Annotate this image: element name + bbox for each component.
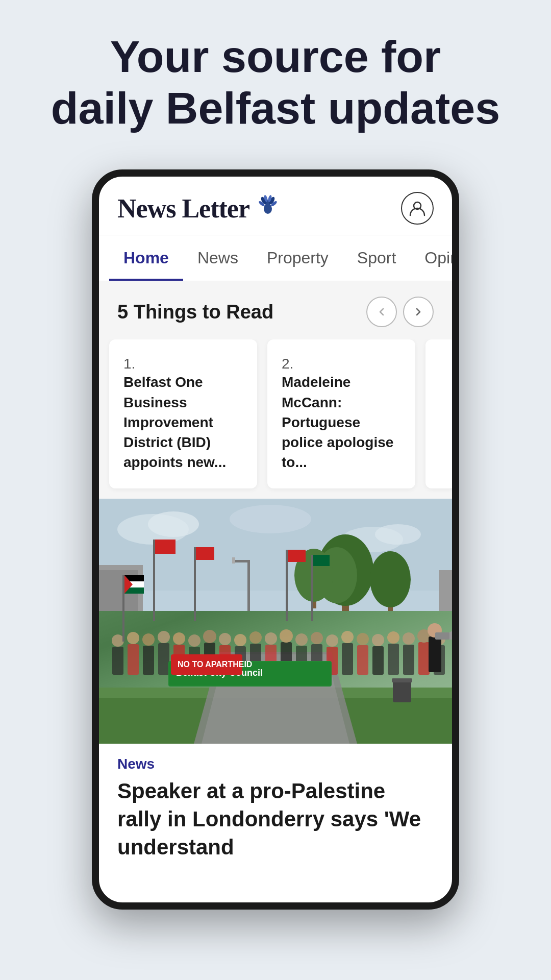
five-things-header: 5 Things to Read xyxy=(99,281,452,339)
peacock-icon xyxy=(257,194,279,223)
card-2-text: Madeleine McCann: Portuguese police apol… xyxy=(282,372,401,472)
svg-point-66 xyxy=(295,633,308,646)
hero-line2: daily Belfast updates xyxy=(51,83,500,133)
svg-rect-39 xyxy=(311,555,313,621)
svg-point-14 xyxy=(375,524,421,545)
tab-sport[interactable]: Sport xyxy=(343,235,410,281)
five-things-title: 5 Things to Read xyxy=(117,301,273,323)
svg-point-48 xyxy=(158,631,170,643)
svg-point-23 xyxy=(370,551,411,607)
tab-news[interactable]: News xyxy=(183,235,253,281)
svg-rect-92 xyxy=(435,632,449,640)
svg-rect-73 xyxy=(357,645,368,675)
article-card-3-partial xyxy=(425,339,452,488)
svg-point-76 xyxy=(372,634,384,646)
svg-rect-71 xyxy=(342,643,353,675)
svg-rect-45 xyxy=(143,646,154,675)
nav-arrows xyxy=(366,297,434,327)
svg-rect-96 xyxy=(122,575,124,642)
svg-point-78 xyxy=(387,631,399,644)
prev-arrow-button[interactable] xyxy=(366,297,397,327)
svg-point-12 xyxy=(148,511,199,537)
svg-rect-90 xyxy=(429,636,441,672)
tab-property[interactable]: Property xyxy=(253,235,343,281)
app-logo: News Letter xyxy=(117,193,249,224)
svg-point-58 xyxy=(234,634,246,646)
svg-point-60 xyxy=(249,631,262,644)
svg-point-42 xyxy=(112,634,124,647)
next-arrow-button[interactable] xyxy=(403,297,434,327)
svg-rect-34 xyxy=(155,540,176,554)
phone-frame: News Letter xyxy=(92,169,459,910)
svg-rect-95 xyxy=(392,678,412,682)
article-category: News xyxy=(99,744,452,777)
article-card-1[interactable]: 1. Belfast One Business Improvement Dist… xyxy=(109,339,257,488)
logo-area: News Letter xyxy=(117,193,279,224)
hero-title: Your source for daily Belfast updates xyxy=(51,31,500,134)
user-account-button[interactable] xyxy=(401,192,434,225)
svg-rect-35 xyxy=(194,547,196,621)
nav-tabs: Home News Property Sport Opinion xyxy=(99,235,452,281)
svg-rect-81 xyxy=(418,642,430,675)
svg-point-80 xyxy=(403,632,415,645)
svg-rect-26 xyxy=(247,560,250,611)
svg-point-50 xyxy=(173,632,185,645)
svg-rect-75 xyxy=(372,646,384,675)
svg-rect-43 xyxy=(128,644,139,675)
svg-rect-36 xyxy=(196,547,214,560)
svg-rect-33 xyxy=(153,540,155,621)
svg-point-56 xyxy=(219,633,231,645)
svg-point-54 xyxy=(203,630,216,643)
svg-text:NO TO APARTHEID: NO TO APARTHEID xyxy=(178,660,252,669)
svg-point-68 xyxy=(311,632,323,644)
hero-section: Your source for daily Belfast updates xyxy=(20,31,531,134)
svg-rect-28 xyxy=(232,557,235,564)
svg-point-70 xyxy=(326,634,338,647)
tab-home[interactable]: Home xyxy=(109,235,183,281)
svg-rect-79 xyxy=(403,645,414,675)
hero-line1: Your source for xyxy=(110,31,441,82)
card-1-number: 1. xyxy=(123,356,135,372)
tab-opinion[interactable]: Opinion xyxy=(410,235,452,281)
svg-rect-40 xyxy=(313,555,330,566)
svg-rect-77 xyxy=(388,644,399,675)
svg-point-62 xyxy=(265,632,277,645)
article-card-2[interactable]: 2. Madeleine McCann: Portuguese police a… xyxy=(267,339,415,488)
svg-rect-38 xyxy=(288,550,306,562)
article-meta: News Speaker at a pro-Palestine rally in… xyxy=(99,744,452,876)
main-article-image-section: Belfast City Council NO TO APARTHEID xyxy=(99,499,452,744)
svg-rect-47 xyxy=(158,643,169,675)
svg-rect-94 xyxy=(393,680,411,702)
svg-rect-37 xyxy=(286,550,288,621)
svg-point-15 xyxy=(230,505,311,533)
svg-rect-18 xyxy=(439,570,452,611)
card-1-text: Belfast One Business Improvement Distric… xyxy=(123,372,243,472)
svg-point-46 xyxy=(142,633,155,646)
article-headline[interactable]: Speaker at a pro-Palestine rally in Lond… xyxy=(99,777,452,876)
card-2-number: 2. xyxy=(282,356,293,372)
svg-point-64 xyxy=(280,629,293,643)
svg-point-74 xyxy=(357,633,369,645)
protest-image: Belfast City Council NO TO APARTHEID xyxy=(99,499,452,744)
svg-point-72 xyxy=(341,631,354,643)
svg-point-44 xyxy=(127,632,139,644)
svg-point-52 xyxy=(188,634,201,647)
svg-marker-93 xyxy=(449,627,452,640)
app-header: News Letter xyxy=(99,177,452,235)
svg-rect-41 xyxy=(112,647,123,675)
cards-row: 1. Belfast One Business Improvement Dist… xyxy=(99,339,452,499)
